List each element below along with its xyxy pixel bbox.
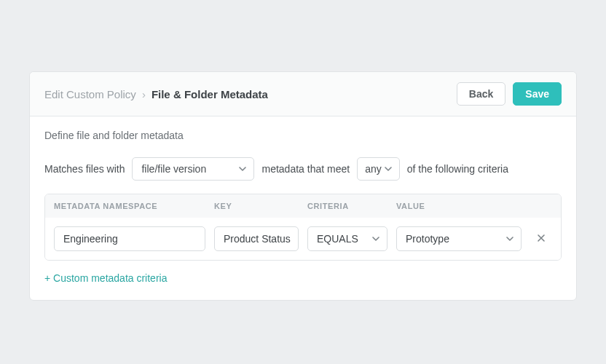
section-title: Define file and folder metadata bbox=[44, 130, 562, 141]
quantifier-select-value: any bbox=[365, 163, 382, 175]
chevron-down-icon bbox=[506, 235, 513, 242]
quantifier-select[interactable]: any bbox=[357, 157, 400, 181]
value-select[interactable]: Prototype bbox=[396, 226, 522, 251]
add-criteria-link[interactable]: + Custom metadata criteria bbox=[44, 272, 167, 284]
scope-select[interactable]: file/file version bbox=[132, 157, 254, 181]
back-button[interactable]: Back bbox=[457, 82, 505, 106]
value-select-value: Prototype bbox=[406, 233, 449, 245]
chevron-down-icon bbox=[372, 235, 379, 242]
namespace-input[interactable]: Engineering bbox=[54, 226, 205, 251]
col-header-namespace: METADATA NAMESPACE bbox=[54, 202, 214, 210]
key-input-value: Product Status bbox=[224, 233, 291, 245]
key-input[interactable]: Product Status bbox=[214, 226, 299, 251]
breadcrumb-parent[interactable]: Edit Custom Policy bbox=[44, 88, 136, 100]
criteria-select-value: EQUALS bbox=[317, 233, 358, 245]
col-header-actions bbox=[530, 202, 552, 210]
scope-select-value: file/file version bbox=[141, 163, 206, 175]
match-prefix-text: Matches files with bbox=[44, 163, 125, 175]
match-sentence: Matches files with file/file version met… bbox=[44, 157, 562, 181]
save-button[interactable]: Save bbox=[513, 82, 562, 106]
namespace-input-value: Engineering bbox=[63, 233, 118, 245]
breadcrumb: Edit Custom Policy › File & Folder Metad… bbox=[44, 88, 268, 100]
chevron-down-icon bbox=[385, 165, 392, 173]
col-header-criteria: CRITERIA bbox=[307, 202, 396, 210]
panel-header: Edit Custom Policy › File & Folder Metad… bbox=[30, 72, 576, 116]
chevron-right-icon: › bbox=[142, 88, 146, 100]
criteria-table-head: METADATA NAMESPACE KEY CRITERIA VALUE bbox=[45, 194, 561, 218]
delete-row-button[interactable] bbox=[534, 232, 548, 246]
col-header-key: KEY bbox=[214, 202, 307, 210]
criteria-select[interactable]: EQUALS bbox=[307, 226, 387, 251]
criteria-table: METADATA NAMESPACE KEY CRITERIA VALUE En… bbox=[44, 194, 562, 261]
policy-panel: Edit Custom Policy › File & Folder Metad… bbox=[29, 71, 577, 301]
chevron-down-icon bbox=[239, 165, 246, 173]
close-icon bbox=[537, 232, 546, 245]
match-mid-text: metadata that meet bbox=[261, 163, 350, 175]
col-header-value: VALUE bbox=[396, 202, 530, 210]
match-suffix-text: of the following criteria bbox=[407, 163, 508, 175]
header-actions: Back Save bbox=[457, 82, 562, 106]
panel-body: Define file and folder metadata Matches … bbox=[30, 116, 576, 300]
breadcrumb-current: File & Folder Metadata bbox=[152, 88, 268, 100]
table-row: Engineering Product Status EQUALS bbox=[45, 218, 561, 260]
